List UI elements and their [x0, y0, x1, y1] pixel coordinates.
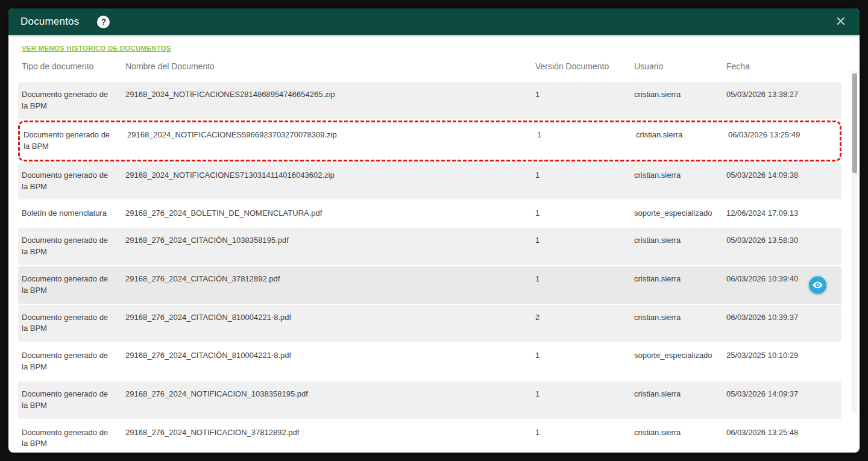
cell-version: 1 [532, 170, 631, 181]
cell-fecha: 05/03/2026 14:09:37 [723, 389, 841, 400]
cell-version: 1 [532, 427, 631, 439]
modal-content: VER MENOS HISTORICO DE DOCUMENTOS Tipo d… [8, 35, 860, 453]
cell-usuario: soporte_especializado [631, 208, 723, 219]
eye-icon [812, 279, 823, 290]
cell-tipo-documento: Documento generado de la BPM [20, 130, 124, 152]
close-icon[interactable]: ✕ [834, 15, 848, 28]
cell-tipo-documento: Boletín de nomenclatura [18, 208, 122, 219]
cell-fecha: 05/03/2026 13:38:27 [723, 89, 841, 101]
table-row[interactable]: Documento generado de la BPM 29168_2024_… [18, 82, 841, 119]
table-row[interactable]: Documento generado de la BPM 29168_276_2… [18, 266, 841, 304]
cell-usuario: cristian.sierra [631, 427, 723, 439]
documents-modal: Documentos ? ✕ VER MENOS HISTORICO DE DO… [8, 8, 860, 453]
cell-version: 2 [532, 312, 631, 324]
cell-nombre-documento: 29168_276_2024_NOTIFICACION_37812892.pdf [122, 427, 532, 439]
cell-usuario: cristian.sierra [631, 274, 723, 285]
cell-tipo-documento: Documento generado de la BPM [18, 235, 122, 258]
cell-fecha: 06/03/2026 13:25:48 [723, 427, 841, 439]
modal-title: Documentos [20, 16, 79, 28]
column-header-nombre: Nombre del Documento [122, 60, 532, 72]
cell-tipo-documento: Documento generado de la BPM [18, 170, 122, 193]
cell-usuario: cristian.sierra [631, 89, 723, 101]
table-row[interactable]: Documento generado de la BPM 29168_276_2… [18, 381, 841, 419]
cell-usuario: cristian.sierra [631, 170, 723, 181]
cell-tipo-documento: Documento generado de la BPM [18, 427, 122, 450]
table-row[interactable]: Documento generado de la BPM 29168_276_2… [18, 228, 841, 265]
column-header-tipo: Tipo de documento [18, 60, 122, 72]
cell-fecha: 06/03/2026 13:25:49 [725, 130, 840, 141]
toggle-history-link[interactable]: VER MENOS HISTORICO DE DOCUMENTOS [22, 45, 171, 52]
cell-nombre-documento: 29168_276_2024_NOTIFICACION_1038358195.p… [122, 389, 532, 400]
cell-tipo-documento: Documento generado de la BPM [18, 389, 122, 412]
cell-nombre-documento: 29168_276_2024_CITACIÓN_1038358195.pdf [122, 235, 532, 246]
cell-version: 1 [532, 89, 631, 101]
cell-version: 1 [532, 350, 631, 362]
table-row[interactable]: Documento generado de la BPM 29168_276_2… [18, 305, 841, 342]
column-header-fecha: Fecha [723, 60, 841, 72]
cell-fecha: 25/03/2025 10:10:29 [723, 350, 841, 362]
table-body: Documento generado de la BPM 29168_2024_… [18, 82, 841, 453]
cell-tipo-documento: Documento generado de la BPM [18, 89, 122, 112]
cell-nombre-documento: 29168_2024_NOTIFICACIONES596692370327007… [124, 130, 533, 141]
cell-usuario: cristian.sierra [632, 130, 725, 141]
table-row[interactable]: Documento generado de la BPM 29168_276_2… [18, 343, 841, 380]
cell-nombre-documento: 29168_276_2024_CITACIÓN_810004221-8.pdf [122, 350, 532, 362]
cell-fecha: 06/03/2026 10:39:37 [723, 312, 841, 324]
cell-tipo-documento: Documento generado de la BPM [18, 350, 122, 373]
cell-usuario: cristian.sierra [631, 312, 723, 324]
table-header-row: Tipo de documento Nombre del Documento V… [18, 58, 841, 82]
table-row[interactable]: Documento generado de la BPM 29168_2024_… [18, 163, 841, 200]
column-header-usuario: Usuario [631, 60, 723, 72]
cell-tipo-documento: Documento generado de la BPM [18, 312, 122, 335]
modal-header: Documentos ? ✕ [8, 8, 860, 35]
table-row[interactable]: Documento generado de la BPM 29168_276_2… [18, 420, 841, 453]
cell-tipo-documento: Documento generado de la BPM [18, 274, 122, 296]
scrollbar-thumb[interactable] [852, 74, 857, 173]
table-scrollbar[interactable] [852, 71, 857, 412]
cell-version: 1 [532, 389, 631, 400]
cell-nombre-documento: 29168_2024_NOTIFICACIONES281486895474665… [122, 89, 532, 101]
table-row[interactable]: Documento generado de la BPM 29168_2024_… [18, 121, 841, 162]
table-row[interactable]: Boletín de nomenclatura 29168_276_2024_B… [18, 201, 841, 227]
cell-usuario: soporte_especializado [631, 350, 723, 362]
cell-version: 1 [532, 274, 631, 285]
cell-fecha: 05/03/2026 13:58:30 [723, 235, 841, 246]
cell-usuario: cristian.sierra [631, 389, 723, 400]
cell-version: 1 [532, 208, 631, 219]
cell-nombre-documento: 29168_2024_NOTIFICACIONES713031411401604… [122, 170, 532, 181]
cell-usuario: cristian.sierra [631, 235, 723, 246]
cell-fecha: 12/06/2024 17:09:13 [723, 208, 841, 219]
cell-fecha: 05/03/2026 14:09:38 [723, 170, 841, 181]
preview-document-button[interactable] [809, 276, 826, 293]
cell-nombre-documento: 29168_276_2024_CITACIÓN_37812892.pdf [122, 274, 532, 285]
cell-nombre-documento: 29168_276_2024_BOLETIN_DE_NOMENCLATURA.p… [122, 208, 532, 219]
cell-version: 1 [533, 130, 632, 141]
cell-nombre-documento: 29168_276_2024_CITACIÓN_810004221-8.pdf [122, 312, 532, 324]
cell-version: 1 [532, 235, 631, 246]
column-header-version: Versión Documento [532, 60, 631, 72]
help-icon[interactable]: ? [97, 16, 110, 28]
